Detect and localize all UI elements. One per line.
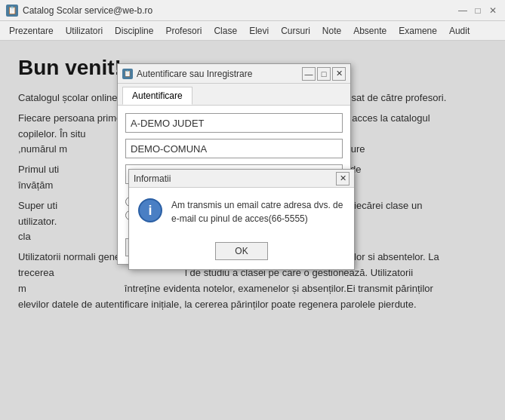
info-popup-title-bar: Informatii ✕ (129, 170, 354, 188)
info-ok-row: OK (129, 236, 354, 269)
window-controls: — □ ✕ (457, 5, 499, 17)
info-popup-message: Am transmis un email catre adresa dvs. d… (171, 198, 345, 225)
menu-item-clase[interactable]: Clase (208, 23, 243, 38)
auth-dialog-title-bar: 📋 Autentificare sau Inregistrare — □ ✕ (118, 64, 350, 84)
info-popup: Informatii ✕ i Am transmis un email catr… (128, 169, 355, 270)
menu-item-profesori[interactable]: Profesori (159, 23, 208, 38)
auth-tab-bar: Autentificare (118, 84, 350, 105)
auth-dialog-maximize[interactable]: □ (317, 67, 331, 81)
menu-item-elevi[interactable]: Elevi (243, 23, 275, 38)
menu-item-examene[interactable]: Examene (393, 23, 443, 38)
info-popup-title: Informatii (134, 173, 171, 184)
menu-item-absente[interactable]: Absente (347, 23, 393, 38)
menu-item-cursuri[interactable]: Cursuri (275, 23, 316, 38)
close-button[interactable]: ✕ (487, 5, 499, 17)
app-icon: 📋 (6, 5, 18, 17)
menu-item-note[interactable]: Note (316, 23, 347, 38)
info-popup-close[interactable]: ✕ (336, 172, 349, 185)
auth-dialog-icon: 📋 (122, 69, 133, 79)
minimize-button[interactable]: — (457, 5, 469, 17)
menu-bar: Prezentare Utilizatori Discipline Profes… (0, 21, 505, 41)
info-ok-button[interactable]: OK (215, 242, 268, 260)
comuna-field[interactable] (125, 139, 343, 158)
auth-dialog-title: Autentificare sau Inregistrare (137, 69, 252, 79)
title-bar: 📋 Catalog Scolar service@we-b.ro — □ ✕ (0, 0, 505, 21)
menu-item-utilizatori[interactable]: Utilizatori (60, 23, 109, 38)
auth-dialog-close[interactable]: ✕ (332, 67, 346, 81)
auth-dialog-minimize[interactable]: — (302, 67, 316, 81)
tab-autentificare[interactable]: Autentificare (122, 87, 192, 105)
maximize-button[interactable]: □ (472, 5, 484, 17)
info-popup-body: i Am transmis un email catre adresa dvs.… (129, 188, 354, 236)
judet-field[interactable] (125, 113, 343, 133)
menu-item-discipline[interactable]: Discipline (109, 23, 159, 38)
info-icon: i (138, 198, 162, 222)
app-title: Catalog Scolar service@we-b.ro (23, 5, 152, 16)
main-content: Bun venit! Catalogul școlar online est h… (0, 41, 505, 420)
menu-item-audit[interactable]: Audit (443, 23, 476, 38)
menu-item-prezentare[interactable]: Prezentare (3, 23, 60, 38)
